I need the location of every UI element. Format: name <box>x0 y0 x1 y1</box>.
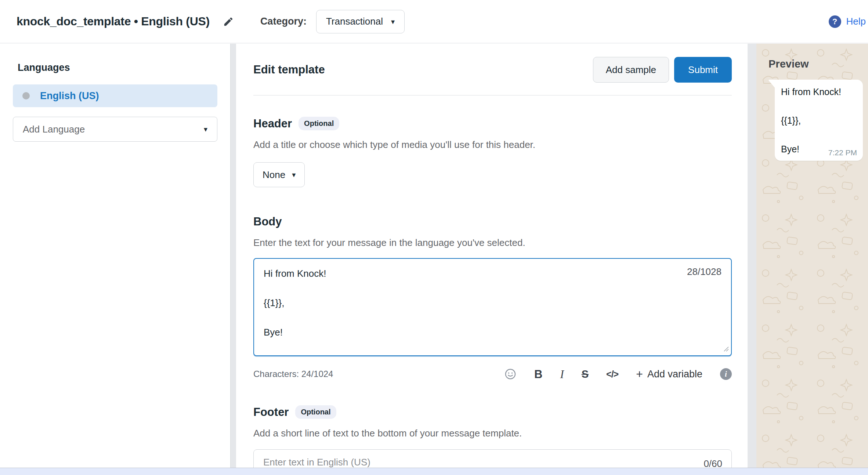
editor-title: Edit template <box>253 63 325 76</box>
chevron-down-icon: ▾ <box>292 171 296 178</box>
chevron-down-icon: ▾ <box>391 18 395 25</box>
languages-heading: Languages <box>18 62 230 73</box>
bottom-strip <box>0 468 868 475</box>
add-language-dropdown[interactable]: Add Language ▾ <box>13 117 217 142</box>
body-section-title-row: Body <box>253 215 732 228</box>
body-section-title: Body <box>253 215 282 228</box>
formatting-toolbar: B I S </> + Add variable i <box>504 368 732 380</box>
body-textarea-wrap: Hi from Knock! {{1}}, Bye! 28/1028 <box>253 258 732 358</box>
header-type-dropdown[interactable]: None ▾ <box>253 162 305 187</box>
help-icon: ? <box>829 15 841 28</box>
optional-badge: Optional <box>299 117 339 130</box>
optional-badge: Optional <box>295 405 336 419</box>
edit-title-pencil-icon[interactable] <box>223 16 234 27</box>
page-title: knock_doc_template • English (US) <box>17 15 210 28</box>
category-label: Category: <box>260 16 307 27</box>
body-textarea[interactable]: Hi from Knock! {{1}}, Bye! <box>253 258 732 356</box>
plus-icon: + <box>636 368 643 380</box>
chevron-down-icon: ▾ <box>204 126 207 133</box>
language-status-dot-icon <box>22 92 30 99</box>
footer-section-title: Footer <box>253 406 289 419</box>
section-divider <box>253 95 732 95</box>
languages-sidebar: Languages English (US) Add Language ▾ <box>0 44 231 475</box>
add-language-placeholder: Add Language <box>23 124 85 135</box>
code-button[interactable]: </> <box>606 370 618 379</box>
add-sample-button[interactable]: Add sample <box>593 57 669 83</box>
help-link[interactable]: ? Help <box>829 15 866 28</box>
italic-button[interactable]: I <box>560 369 564 380</box>
message-bubble: Hi from Knock! {{1}}, Bye! 7:22 PM <box>775 80 863 161</box>
category-group: Category: Transactional ▾ <box>260 10 405 33</box>
add-variable-label: Add variable <box>647 369 702 379</box>
emoji-icon[interactable] <box>504 368 517 380</box>
characters-label: Characters: 24/1024 <box>253 369 333 379</box>
language-label: English (US) <box>40 90 99 102</box>
message-timestamp: 7:22 PM <box>828 148 857 157</box>
help-label: Help <box>846 16 866 27</box>
message-text: Hi from Knock! {{1}}, Bye! <box>781 85 857 156</box>
header-section-description: Add a title or choose which type of medi… <box>253 139 732 151</box>
add-variable-button[interactable]: + Add variable <box>636 368 702 380</box>
footer-section-description: Add a short line of text to the bottom o… <box>253 428 732 439</box>
header-type-value: None <box>263 169 285 181</box>
info-icon[interactable]: i <box>720 368 732 380</box>
preview-title: Preview <box>768 58 868 70</box>
edit-template-panel: Edit template Add sample Submit Header O… <box>236 44 748 475</box>
body-toolbar-row: Characters: 24/1024 B I S </> + Add vari <box>253 368 732 380</box>
bold-button[interactable]: B <box>534 369 542 380</box>
template-title-group: knock_doc_template • English (US) <box>17 15 234 28</box>
strikethrough-button[interactable]: S <box>582 369 589 380</box>
whatsapp-template-editor: knock_doc_template • English (US) Catego… <box>0 0 868 475</box>
body-char-counter: 28/1028 <box>687 266 721 278</box>
sidebar-item-english-us[interactable]: English (US) <box>13 84 217 107</box>
header-section-title: Header <box>253 117 292 130</box>
editor-header-row: Edit template Add sample Submit <box>253 57 732 83</box>
resize-handle-icon[interactable] <box>723 346 729 353</box>
submit-button[interactable]: Submit <box>674 57 732 83</box>
category-value: Transactional <box>326 16 383 27</box>
body-section-description: Enter the text for your message in the l… <box>253 237 732 249</box>
preview-panel: Preview Hi from Knock! {{1}}, Bye! 7:22 … <box>756 44 868 475</box>
footer-section-title-row: Footer Optional <box>253 405 732 419</box>
preview-content: Preview Hi from Knock! {{1}}, Bye! 7:22 … <box>756 44 868 161</box>
bubble-tail-icon <box>768 80 775 90</box>
header-section-title-row: Header Optional <box>253 117 732 130</box>
sidebar-scrollbar-track[interactable] <box>231 44 236 475</box>
topbar: knock_doc_template • English (US) Catego… <box>0 0 868 43</box>
editor-actions: Add sample Submit <box>593 57 732 83</box>
category-dropdown[interactable]: Transactional ▾ <box>316 10 405 33</box>
main-scrollbar-track[interactable] <box>748 44 756 475</box>
